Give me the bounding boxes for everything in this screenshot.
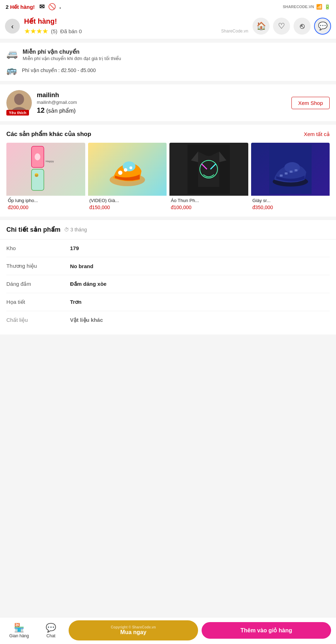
detail-value-style: Đầm dáng xòe — [70, 281, 106, 287]
seller-avatar-wrap: Yêu thích — [6, 90, 32, 116]
status-right-icons: SHARECODE.VN 📶 🔋 — [283, 4, 330, 10]
chat-tab-label: Chat — [46, 633, 55, 638]
product-image-4 — [251, 143, 330, 196]
detail-label-style: Dáng đầm — [6, 281, 70, 287]
product-name-1: Ốp lưng ipho... — [6, 196, 85, 204]
view-shop-button[interactable]: Xem Shop — [291, 97, 330, 109]
shop-tab[interactable]: 🏪 Gian hàng — [5, 623, 33, 638]
see-all-link[interactable]: Xem tất cả — [304, 131, 330, 137]
seller-section: Yêu thích mailinh mailinh@gmail.com 12 (… — [0, 84, 336, 121]
sharecode-logo: SHARECODE.VN — [283, 5, 314, 9]
detail-title: Chi tiết sản phẩm — [6, 226, 60, 234]
product-image-1: 😄 Happy — [6, 143, 85, 196]
product-card[interactable]: Áo Thun Ph... đ100,000 — [169, 143, 248, 213]
status-out-of-stock: 2 Hết hàng! ✉ 🚫 ● — [6, 3, 61, 11]
svg-rect-23 — [295, 169, 297, 171]
free-shipping-desc: Miễn phí vận chuyển khi đơn đạt giá trị … — [23, 56, 121, 61]
product-name-3: Áo Thun Ph... — [169, 196, 248, 204]
seller-info: mailinh mailinh@gmail.com 12 (sản phẩm) — [37, 91, 286, 114]
detail-time: ⏱ 3 tháng — [64, 227, 87, 232]
product-price-1: đ200,000 — [6, 204, 85, 213]
shop-tab-label: Gian hàng — [9, 633, 29, 638]
star-rating: ★★★★ — [24, 27, 48, 35]
heart-icon: ♡ — [278, 22, 285, 31]
chat-tab[interactable]: 💬 Chat — [37, 623, 65, 638]
detail-label-kho: Kho — [6, 245, 70, 251]
dot-icon: ● — [59, 6, 61, 10]
product-card[interactable]: (VIDEO) Già... đ150,000 — [88, 143, 167, 213]
page-title: Hết hàng! — [24, 17, 248, 25]
product-image-2 — [88, 143, 167, 196]
detail-header: Chi tiết sản phẩm ⏱ 3 tháng — [6, 226, 330, 234]
product-card[interactable]: 😄 Happy Ốp lưng ipho... đ200,000 — [6, 143, 85, 213]
svg-point-1 — [14, 94, 24, 105]
bottom-bar: 🏪 Gian hàng 💬 Chat Copyright © ShareCode… — [0, 617, 336, 644]
home-icon: 🏠 — [256, 22, 266, 31]
svg-rect-4 — [31, 169, 44, 190]
product-detail-section: Chi tiết sản phẩm ⏱ 3 tháng Kho 179 Thươ… — [0, 220, 336, 335]
svg-rect-21 — [285, 172, 288, 175]
share-button[interactable]: ⎋ — [294, 18, 311, 35]
header-actions: 🏠 ♡ ⎋ 💬 — [253, 18, 331, 35]
free-shipping-row: 🚐 Miễn phí vận chuyển Miễn phí vận chuyể… — [6, 48, 330, 61]
shop-tab-icon: 🏪 — [14, 623, 24, 633]
signal-icon: 📶 — [316, 4, 322, 10]
battery-icon: 🔋 — [324, 4, 330, 10]
detail-row-kho: Kho 179 — [6, 240, 330, 257]
status-time: 2 — [6, 4, 8, 10]
detail-label-pattern: Họa tiết — [6, 299, 70, 305]
svg-text:Happy: Happy — [46, 160, 54, 163]
product-price-4: đ350,000 — [251, 204, 330, 213]
shipping-section: 🚐 Miễn phí vận chuyển Miễn phí vận chuyể… — [0, 43, 336, 81]
section-title: Các sản phẩm khác của shop — [6, 130, 91, 138]
buy-now-button[interactable]: Copyright © ShareCode.vn Mua ngay — [69, 620, 198, 640]
copyright-in-btn: Copyright © ShareCode.vn — [69, 625, 198, 629]
bottom-spacer — [0, 335, 336, 363]
detail-row-style: Dáng đầm Đầm dáng xòe — [6, 275, 330, 293]
detail-value-material: Vật liệu khác — [70, 317, 103, 323]
product-price-3: đ100,000 — [169, 204, 248, 213]
product-image-3 — [169, 143, 248, 196]
product-name-2: (VIDEO) Già... — [88, 196, 167, 204]
svg-point-10 — [118, 171, 122, 175]
sold-count: Đã bán 0 — [60, 28, 82, 34]
svg-point-12 — [129, 166, 132, 169]
chat-icon: 💬 — [318, 22, 328, 31]
gmail-icon: ✉ — [39, 3, 45, 10]
fee-text: Phí vận chuyển : đ2.500 - đ5.000 — [22, 67, 96, 73]
detail-row-pattern: Họa tiết Trơn — [6, 293, 330, 311]
chat-tab-icon: 💬 — [46, 623, 56, 633]
svg-point-5 — [35, 153, 40, 160]
prohibit-icon: 🚫 — [48, 3, 56, 10]
seller-email: mailinh@gmail.com — [37, 100, 286, 105]
status-bar: 2 Hết hàng! ✉ 🚫 ● SHARECODE.VN 📶 🔋 — [0, 0, 336, 13]
buy-now-label: Mua ngay — [69, 629, 198, 636]
wishlist-button[interactable]: ♡ — [273, 18, 290, 35]
home-button[interactable]: 🏠 — [253, 18, 270, 35]
detail-value-brand: No brand — [70, 263, 93, 269]
chat-button[interactable]: 💬 — [314, 18, 331, 35]
rating-count: (5) — [51, 28, 57, 34]
add-cart-button[interactable]: Thêm vào giỏ hàng — [202, 622, 331, 639]
product-card[interactable]: Giày sr... đ350,000 — [251, 143, 330, 213]
seller-product-count: 12 (sản phẩm) — [37, 106, 286, 114]
svg-point-11 — [124, 168, 127, 172]
detail-label-material: Chất liệu — [6, 317, 70, 323]
detail-value-pattern: Trơn — [70, 299, 81, 305]
product-name-4: Giày sr... — [251, 196, 330, 204]
sharecode-watermark: ShareCode.vn — [221, 29, 248, 34]
detail-row-brand: Thương hiệu No brand — [6, 257, 330, 275]
clock-icon: ⏱ — [64, 227, 69, 232]
status-oot-label: Hết hàng! — [10, 4, 35, 10]
detail-label-brand: Thương hiệu — [6, 263, 70, 269]
svg-text:😄: 😄 — [34, 173, 39, 177]
shipping-truck-icon: 🚐 — [6, 48, 18, 59]
product-grid: 😄 Happy Ốp lưng ipho... đ200,000 — [6, 143, 330, 213]
back-button[interactable]: ‹ — [5, 19, 20, 34]
fav-badge: Yêu thích — [6, 110, 29, 116]
seller-name: mailinh — [37, 91, 286, 99]
detail-value-kho: 179 — [70, 245, 79, 251]
detail-row-material: Chất liệu Vật liệu khác — [6, 311, 330, 329]
free-shipping-title: Miễn phí vận chuyển — [23, 48, 121, 55]
share-icon: ⎋ — [300, 22, 305, 31]
